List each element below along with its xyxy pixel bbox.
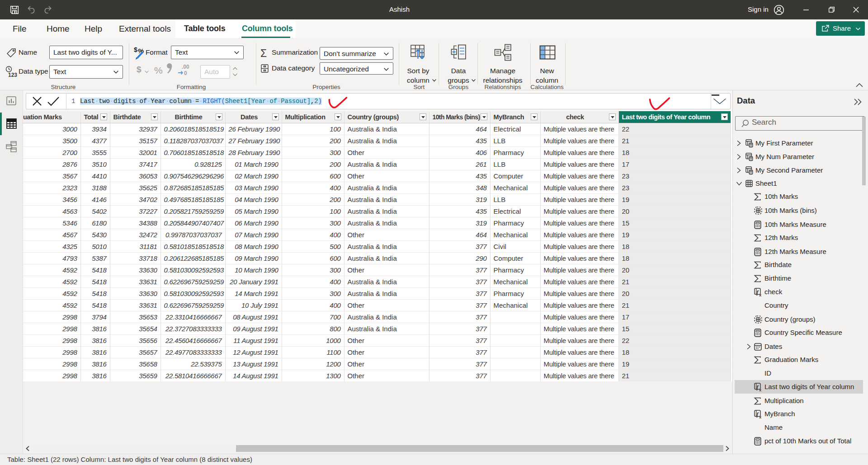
svg-text:x: x xyxy=(759,414,762,419)
svg-text:0: 0 xyxy=(184,70,187,76)
svg-text:x: x xyxy=(759,387,762,392)
svg-text:x: x xyxy=(759,292,762,297)
svg-text:$: $ xyxy=(134,46,137,53)
svg-text:123: 123 xyxy=(8,72,17,78)
svg-text:.00: .00 xyxy=(182,64,189,70)
